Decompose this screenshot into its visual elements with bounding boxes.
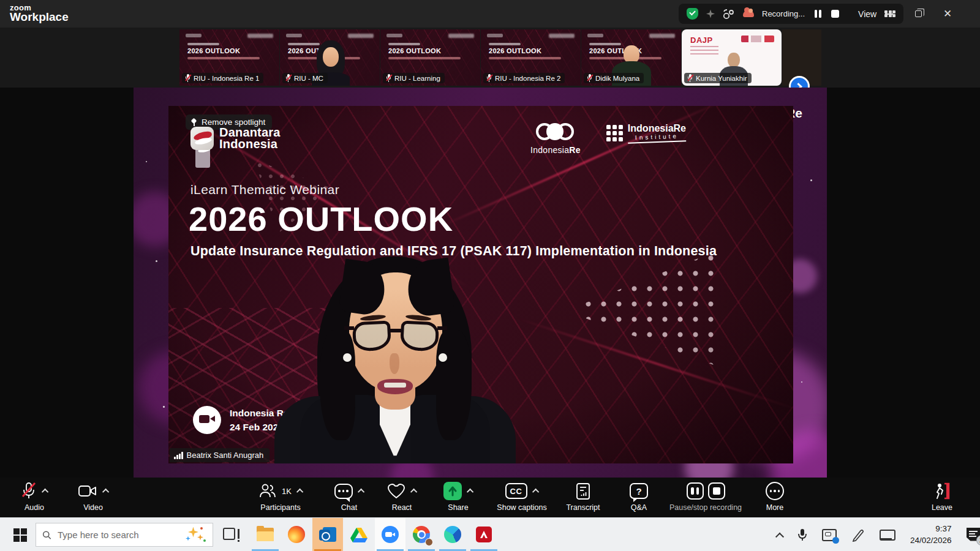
participant-name: RIU - Indonesia Re 1: [194, 75, 259, 82]
taskbar-google-drive[interactable]: [344, 518, 374, 551]
start-button[interactable]: [6, 518, 34, 551]
taskbar-search[interactable]: [36, 523, 213, 547]
participant-thumbnail[interactable]: 2026 OUTLOOK Didik Mulyana: [581, 29, 681, 86]
meeting-toolbar: Audio Video 1K: [0, 478, 980, 517]
chat-options-chevron[interactable]: [357, 489, 364, 495]
outlook-icon: [319, 526, 336, 543]
search-input[interactable]: [58, 530, 179, 540]
close-button[interactable]: ✕: [933, 0, 962, 28]
zoom-app-icon: [382, 526, 399, 543]
dajp-sub-lines: [690, 46, 718, 56]
speaker-name-tag: Beatrix Santi Anugrah: [170, 448, 270, 462]
indonesiare-institute-logo: IndonesiaRe Institute: [606, 123, 686, 143]
regulator-logos: [741, 36, 774, 42]
muted-mic-icon: [185, 74, 190, 82]
google-drive-icon: [350, 527, 368, 542]
participants-count: 1K: [282, 487, 292, 496]
windows-taskbar: 9:37 24/02/2026 2: [0, 517, 980, 551]
taskbar-clock[interactable]: 9:37 24/02/2026: [910, 523, 952, 545]
pearl-earring: [439, 353, 447, 362]
participant-name: RIU - MC: [294, 75, 323, 82]
security-shield-icon[interactable]: [687, 8, 698, 20]
video-bubble-icon: [193, 406, 221, 434]
participant-thumbnail[interactable]: DAJP Kurnia Yuniakhir: [682, 29, 782, 86]
pearl-earring: [343, 353, 352, 362]
tray-expand-chevron[interactable]: [775, 532, 784, 541]
main-stage: Re te Remove spotlight: [0, 88, 980, 478]
meeting-status-pill: Recording... View: [679, 4, 903, 24]
ai-companion-icon[interactable]: [706, 10, 715, 18]
taskbar-acrobat[interactable]: [469, 518, 499, 551]
leave-button[interactable]: Leave: [905, 480, 979, 517]
captions-icon: CC: [505, 483, 527, 499]
leave-icon: [933, 482, 951, 500]
devices-icon[interactable]: [723, 9, 735, 20]
chat-icon: [334, 484, 353, 499]
tray-pen-icon[interactable]: [851, 528, 865, 542]
minimize-button[interactable]: [875, 0, 903, 28]
react-options-chevron[interactable]: [410, 489, 417, 495]
participants-options-chevron[interactable]: [296, 489, 303, 495]
taskbar-edge[interactable]: [437, 518, 468, 551]
taskbar-outlook[interactable]: [312, 518, 343, 551]
signal-strength-icon: [174, 452, 183, 459]
taskbar-firefox[interactable]: [281, 518, 312, 551]
captions-options-chevron[interactable]: [532, 489, 538, 495]
maximize-restore-button[interactable]: [904, 0, 932, 28]
muted-mic-icon: [587, 74, 592, 82]
speaker-video-person: [282, 257, 508, 463]
stop-recording-icon[interactable]: [708, 482, 725, 500]
participant-thumbnail[interactable]: 2026 OUTLOOK RIU - Indonesia Re 2: [481, 29, 581, 86]
edge-icon: [444, 526, 461, 543]
windows-logo-icon: [13, 528, 27, 542]
more-button[interactable]: More: [738, 480, 812, 517]
search-highlights-icon[interactable]: [186, 526, 206, 544]
participant-thumbnail[interactable]: 2026 OUTLOOK RIU - Learning: [380, 29, 480, 86]
pause-recording-icon[interactable]: [687, 482, 704, 500]
share-options-chevron[interactable]: [466, 489, 473, 495]
video-button[interactable]: Video: [56, 480, 130, 517]
header-logos: IndonesiaRe IndonesiaRe Institute: [530, 123, 686, 155]
taskbar-zoom[interactable]: [375, 518, 405, 551]
tray-mic-icon[interactable]: [797, 528, 807, 542]
video-options-chevron[interactable]: [102, 489, 108, 495]
view-button-label[interactable]: View: [858, 9, 876, 19]
participant-thumbnail[interactable]: 2026 OUTLOOK RIU - MC: [280, 29, 380, 86]
indonesiare-circles-icon: [536, 123, 575, 141]
dajp-label: DAJP: [690, 36, 713, 45]
tray-screenshare-icon[interactable]: [822, 529, 837, 541]
window-titlebar: zoom Workplace Recording... View ✕: [0, 0, 980, 28]
more-icon: [766, 482, 784, 500]
participant-thumbnail[interactable]: 2026 OUTLOOK RIU - Indonesia Re 1: [179, 29, 279, 86]
camera-icon: [78, 484, 97, 498]
participant-filmstrip: 2026 OUTLOOK RIU - Indonesia Re 1 2026 O…: [0, 28, 980, 88]
audio-options-chevron[interactable]: [41, 489, 48, 495]
taskbar-file-explorer[interactable]: [250, 518, 281, 551]
webinar-eyebrow: iLearn Thematic Webinar: [190, 182, 339, 197]
file-explorer-icon: [257, 528, 274, 541]
clock-date: 24/02/2026: [910, 535, 952, 546]
institute-dots-icon: [606, 125, 623, 141]
participant-name: RIU - Learning: [394, 75, 440, 82]
participants-icon: [258, 483, 276, 499]
task-view-button[interactable]: [222, 527, 240, 542]
pin-icon: [190, 118, 197, 126]
heart-icon: [387, 483, 405, 500]
pause-recording-icon[interactable]: [813, 8, 823, 20]
stop-recording-icon[interactable]: [831, 10, 839, 18]
participants-button[interactable]: 1K Participants: [238, 480, 323, 517]
participant-name: Didik Mulyana: [595, 75, 639, 82]
spotlight-video[interactable]: Re te Remove spotlight: [134, 88, 827, 478]
taskbar-chrome[interactable]: [406, 518, 437, 551]
muted-mic-icon: [21, 482, 37, 500]
qa-icon: ?: [630, 483, 648, 499]
transcript-icon: [575, 482, 591, 500]
notification-center-button[interactable]: 2: [967, 528, 980, 542]
participant-name: Kurnia Yuniakhir: [696, 75, 747, 82]
indonesiare-logo: IndonesiaRe: [530, 123, 581, 155]
clock-time: 9:37: [910, 523, 952, 534]
tray-touchpad-icon[interactable]: [880, 530, 895, 541]
chrome-profile-avatar: [425, 538, 433, 546]
recording-status-label: Recording...: [762, 9, 805, 18]
presentation-slide: Remove spotlight Danantara Indonesia Ind…: [168, 106, 793, 463]
